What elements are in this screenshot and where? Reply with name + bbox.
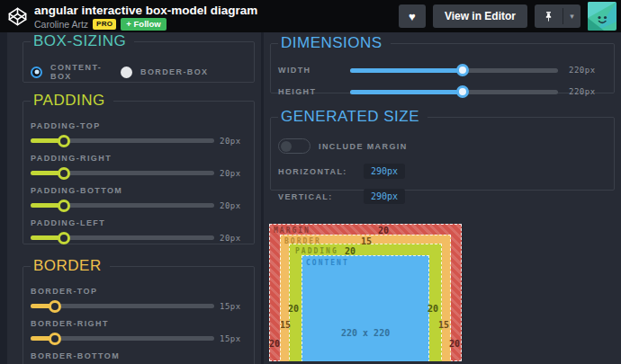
padding-bottom-slider[interactable] — [31, 199, 214, 212]
slider-thumb[interactable] — [49, 300, 61, 313]
padding-section: PADDING PADDING-TOP 20px PADDING-RIGHT — [22, 92, 255, 244]
padding-right-value: 20 — [428, 304, 438, 314]
generated-label: VERTICAL: — [278, 192, 364, 201]
slider-row: PADDING-LEFT 20px — [31, 218, 247, 244]
controls-panel-left: BOX-SIZING CONTENT-BOX BORDER-BOX PADDIN… — [7, 32, 261, 364]
padding-top-slider[interactable] — [31, 134, 214, 147]
slider-fill — [350, 90, 463, 94]
radio-label: BORDER-BOX — [140, 67, 209, 76]
margin-left-value: 20 — [269, 339, 280, 349]
slider-value: 20px — [220, 137, 247, 146]
diagram-content-label: CONTENT — [306, 259, 349, 267]
dimensions-section: DIMENSIONS WIDTH 220px HEIGHT 220px — [270, 34, 615, 93]
generated-row: HORIZONTAL: 290px — [278, 164, 607, 179]
box-model-diagram: MARGIN BORDER PADDING CONTENT 20 15 20 2… — [269, 224, 462, 361]
margin-top-value: 20 — [378, 226, 389, 235]
slider-row: BORDER-BOTTOM 15px — [31, 351, 247, 364]
slider-value: 20px — [220, 234, 247, 243]
slider-label: BORDER-RIGHT — [31, 319, 247, 328]
slider-thumb[interactable] — [58, 135, 70, 147]
border-legend: BORDER — [31, 257, 110, 275]
diagram-margin-label: MARGIN — [274, 226, 310, 235]
slider-row: HEIGHT 220px — [278, 83, 607, 101]
slider-thumb[interactable] — [456, 85, 469, 98]
pin-button-group: ▾ — [535, 4, 580, 28]
padding-top-value: 20 — [345, 246, 356, 256]
pen-title: angular interactive box-model diagram — [34, 4, 399, 17]
slider-value: 20px — [220, 169, 247, 178]
slider-row: BORDER-TOP 15px — [31, 287, 247, 313]
slider-thumb[interactable] — [456, 64, 469, 76]
diagram-padding-label: PADDING — [295, 247, 338, 255]
diagram-content-area — [302, 255, 429, 361]
slider-label: PADDING-BOTTOM — [31, 186, 247, 195]
box-sizing-section: BOX-SIZING CONTENT-BOX BORDER-BOX — [22, 32, 255, 83]
radio-content-box[interactable]: CONTENT-BOX — [31, 63, 121, 81]
slider-row: PADDING-BOTTOM 20px — [31, 186, 247, 212]
slider-label: PADDING-TOP — [31, 121, 247, 130]
dimensions-legend: DIMENSIONS — [278, 34, 391, 52]
controls-panel-right: DIMENSIONS WIDTH 220px HEIGHT 220px GENE… — [264, 32, 621, 364]
slider-thumb[interactable] — [58, 200, 70, 212]
border-right-slider[interactable] — [31, 332, 214, 345]
vertical-value-badge: 290px — [364, 189, 405, 204]
slider-thumb[interactable] — [58, 232, 70, 244]
padding-left-slider[interactable] — [31, 231, 214, 244]
chevron-down-icon: ▾ — [570, 12, 574, 21]
toggle-knob[interactable] — [281, 141, 292, 152]
author-link[interactable]: Caroline Artz — [34, 19, 88, 30]
slider-row: BORDER-RIGHT 15px — [31, 319, 247, 345]
radio-label: CONTENT-BOX — [50, 63, 121, 81]
generated-label: HORIZONTAL: — [278, 167, 364, 176]
title-block: angular interactive box-model diagram Ca… — [34, 3, 399, 31]
slider-value: 15px — [220, 302, 247, 311]
toggle-label: INCLUDE MARGIN — [319, 142, 408, 151]
slider-value: 20px — [220, 201, 247, 210]
follow-button[interactable]: + Follow — [121, 18, 166, 31]
header-actions: ♥ View in Editor ▾ — [399, 2, 621, 31]
margin-right-value: 20 — [449, 339, 460, 349]
slider-thumb[interactable] — [58, 167, 70, 180]
pushpin-icon — [543, 10, 554, 23]
slider-label: BORDER-BOTTOM — [31, 351, 247, 360]
pin-dropdown-button[interactable]: ▾ — [563, 4, 580, 28]
slider-value: 220px — [569, 66, 607, 75]
pin-button[interactable] — [535, 4, 562, 28]
radio-border-box[interactable]: BORDER-BOX — [121, 67, 209, 78]
codepen-logo-icon[interactable] — [7, 6, 28, 27]
radio-icon[interactable] — [31, 67, 42, 78]
slider-row: PADDING-RIGHT 20px — [31, 154, 247, 180]
slider-row: WIDTH 220px — [278, 61, 607, 79]
slider-value: 15px — [220, 334, 247, 343]
smiley-avatar[interactable] — [588, 2, 616, 31]
padding-right-slider[interactable] — [31, 166, 214, 180]
header-bar: angular interactive box-model diagram Ca… — [0, 0, 621, 32]
generated-size-section: GENERATED SIZE INCLUDE MARGIN HORIZONTAL… — [270, 108, 615, 191]
width-slider[interactable] — [350, 64, 558, 77]
heart-button[interactable]: ♥ — [399, 4, 426, 28]
generated-size-legend: GENERATED SIZE — [278, 108, 428, 126]
slider-thumb[interactable] — [49, 333, 61, 345]
radio-icon[interactable] — [121, 67, 132, 78]
padding-legend: PADDING — [31, 92, 113, 110]
border-right-value: 15 — [438, 320, 449, 330]
slider-label: HEIGHT — [278, 87, 350, 96]
view-in-editor-button[interactable]: View in Editor — [433, 4, 527, 28]
heart-icon: ♥ — [409, 10, 416, 23]
slider-value: 220px — [569, 87, 607, 96]
generated-row: VERTICAL: 290px — [278, 189, 607, 204]
border-section: BORDER BORDER-TOP 15px BORDER-RIGHT — [22, 257, 255, 364]
diagram-border-label: BORDER — [284, 237, 321, 245]
slider-fill — [350, 68, 463, 73]
slider-label: PADDING-RIGHT — [31, 154, 247, 163]
include-margin-toggle[interactable] — [278, 138, 310, 154]
pro-badge: PRO — [93, 19, 116, 30]
content-size-value: 220 x 220 — [341, 328, 390, 338]
horizontal-value-badge: 290px — [364, 164, 405, 179]
slider-row: PADDING-TOP 20px — [31, 121, 247, 147]
include-margin-row: INCLUDE MARGIN — [278, 138, 607, 154]
border-top-slider[interactable] — [31, 299, 214, 313]
border-top-value: 15 — [361, 236, 372, 246]
height-slider[interactable] — [350, 85, 558, 99]
slider-label: WIDTH — [278, 66, 350, 75]
